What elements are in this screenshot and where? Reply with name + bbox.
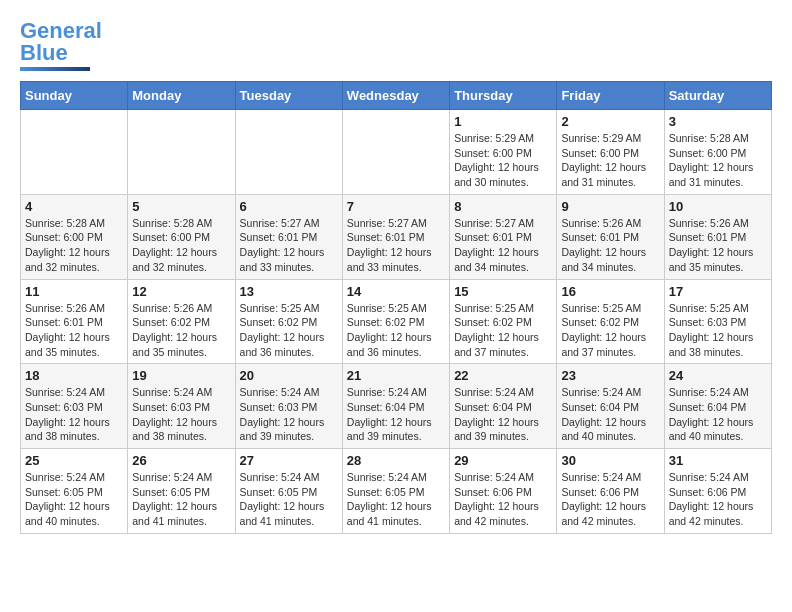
day-number: 4: [25, 199, 123, 214]
day-info: Sunrise: 5:26 AM Sunset: 6:01 PM Dayligh…: [561, 216, 659, 275]
day-info: Sunrise: 5:29 AM Sunset: 6:00 PM Dayligh…: [561, 131, 659, 190]
calendar-cell: 10Sunrise: 5:26 AM Sunset: 6:01 PM Dayli…: [664, 194, 771, 279]
calendar-cell: 25Sunrise: 5:24 AM Sunset: 6:05 PM Dayli…: [21, 449, 128, 534]
week-row-2: 11Sunrise: 5:26 AM Sunset: 6:01 PM Dayli…: [21, 279, 772, 364]
day-number: 19: [132, 368, 230, 383]
day-info: Sunrise: 5:26 AM Sunset: 6:01 PM Dayligh…: [25, 301, 123, 360]
calendar-table: SundayMondayTuesdayWednesdayThursdayFrid…: [20, 81, 772, 534]
calendar-cell: 12Sunrise: 5:26 AM Sunset: 6:02 PM Dayli…: [128, 279, 235, 364]
calendar-cell: 13Sunrise: 5:25 AM Sunset: 6:02 PM Dayli…: [235, 279, 342, 364]
day-number: 29: [454, 453, 552, 468]
calendar-cell: 17Sunrise: 5:25 AM Sunset: 6:03 PM Dayli…: [664, 279, 771, 364]
header-monday: Monday: [128, 82, 235, 110]
day-info: Sunrise: 5:26 AM Sunset: 6:02 PM Dayligh…: [132, 301, 230, 360]
day-number: 23: [561, 368, 659, 383]
day-info: Sunrise: 5:24 AM Sunset: 6:06 PM Dayligh…: [454, 470, 552, 529]
calendar-cell: 11Sunrise: 5:26 AM Sunset: 6:01 PM Dayli…: [21, 279, 128, 364]
header-wednesday: Wednesday: [342, 82, 449, 110]
logo-bar: [20, 67, 90, 71]
calendar-cell: 22Sunrise: 5:24 AM Sunset: 6:04 PM Dayli…: [450, 364, 557, 449]
week-row-3: 18Sunrise: 5:24 AM Sunset: 6:03 PM Dayli…: [21, 364, 772, 449]
calendar-cell: 9Sunrise: 5:26 AM Sunset: 6:01 PM Daylig…: [557, 194, 664, 279]
calendar-cell: 19Sunrise: 5:24 AM Sunset: 6:03 PM Dayli…: [128, 364, 235, 449]
day-info: Sunrise: 5:25 AM Sunset: 6:02 PM Dayligh…: [561, 301, 659, 360]
calendar-cell: 16Sunrise: 5:25 AM Sunset: 6:02 PM Dayli…: [557, 279, 664, 364]
day-info: Sunrise: 5:24 AM Sunset: 6:03 PM Dayligh…: [132, 385, 230, 444]
day-info: Sunrise: 5:28 AM Sunset: 6:00 PM Dayligh…: [669, 131, 767, 190]
day-number: 13: [240, 284, 338, 299]
calendar-cell: 15Sunrise: 5:25 AM Sunset: 6:02 PM Dayli…: [450, 279, 557, 364]
calendar-cell: [342, 110, 449, 195]
logo-blue: Blue: [20, 40, 68, 65]
calendar-cell: 23Sunrise: 5:24 AM Sunset: 6:04 PM Dayli…: [557, 364, 664, 449]
calendar-cell: 31Sunrise: 5:24 AM Sunset: 6:06 PM Dayli…: [664, 449, 771, 534]
day-number: 1: [454, 114, 552, 129]
day-info: Sunrise: 5:24 AM Sunset: 6:06 PM Dayligh…: [669, 470, 767, 529]
day-number: 12: [132, 284, 230, 299]
header-friday: Friday: [557, 82, 664, 110]
header-tuesday: Tuesday: [235, 82, 342, 110]
calendar-cell: 24Sunrise: 5:24 AM Sunset: 6:04 PM Dayli…: [664, 364, 771, 449]
header-row: SundayMondayTuesdayWednesdayThursdayFrid…: [21, 82, 772, 110]
logo: General Blue: [20, 20, 102, 71]
calendar-cell: 8Sunrise: 5:27 AM Sunset: 6:01 PM Daylig…: [450, 194, 557, 279]
calendar-cell: 18Sunrise: 5:24 AM Sunset: 6:03 PM Dayli…: [21, 364, 128, 449]
header-saturday: Saturday: [664, 82, 771, 110]
calendar-cell: 5Sunrise: 5:28 AM Sunset: 6:00 PM Daylig…: [128, 194, 235, 279]
day-number: 22: [454, 368, 552, 383]
calendar-cell: 14Sunrise: 5:25 AM Sunset: 6:02 PM Dayli…: [342, 279, 449, 364]
day-number: 3: [669, 114, 767, 129]
calendar-cell: 2Sunrise: 5:29 AM Sunset: 6:00 PM Daylig…: [557, 110, 664, 195]
day-number: 9: [561, 199, 659, 214]
day-info: Sunrise: 5:24 AM Sunset: 6:06 PM Dayligh…: [561, 470, 659, 529]
day-number: 28: [347, 453, 445, 468]
calendar-cell: 6Sunrise: 5:27 AM Sunset: 6:01 PM Daylig…: [235, 194, 342, 279]
calendar-cell: [235, 110, 342, 195]
day-number: 20: [240, 368, 338, 383]
day-number: 14: [347, 284, 445, 299]
week-row-0: 1Sunrise: 5:29 AM Sunset: 6:00 PM Daylig…: [21, 110, 772, 195]
week-row-1: 4Sunrise: 5:28 AM Sunset: 6:00 PM Daylig…: [21, 194, 772, 279]
calendar-cell: 27Sunrise: 5:24 AM Sunset: 6:05 PM Dayli…: [235, 449, 342, 534]
day-info: Sunrise: 5:27 AM Sunset: 6:01 PM Dayligh…: [454, 216, 552, 275]
day-info: Sunrise: 5:24 AM Sunset: 6:05 PM Dayligh…: [347, 470, 445, 529]
calendar-cell: 7Sunrise: 5:27 AM Sunset: 6:01 PM Daylig…: [342, 194, 449, 279]
day-number: 8: [454, 199, 552, 214]
day-info: Sunrise: 5:27 AM Sunset: 6:01 PM Dayligh…: [347, 216, 445, 275]
calendar-cell: 30Sunrise: 5:24 AM Sunset: 6:06 PM Dayli…: [557, 449, 664, 534]
day-info: Sunrise: 5:24 AM Sunset: 6:05 PM Dayligh…: [240, 470, 338, 529]
day-info: Sunrise: 5:24 AM Sunset: 6:03 PM Dayligh…: [25, 385, 123, 444]
day-info: Sunrise: 5:25 AM Sunset: 6:02 PM Dayligh…: [347, 301, 445, 360]
page-header: General Blue: [20, 20, 772, 71]
day-info: Sunrise: 5:28 AM Sunset: 6:00 PM Dayligh…: [132, 216, 230, 275]
day-info: Sunrise: 5:29 AM Sunset: 6:00 PM Dayligh…: [454, 131, 552, 190]
day-info: Sunrise: 5:24 AM Sunset: 6:05 PM Dayligh…: [25, 470, 123, 529]
day-number: 17: [669, 284, 767, 299]
day-number: 27: [240, 453, 338, 468]
day-number: 5: [132, 199, 230, 214]
day-number: 18: [25, 368, 123, 383]
calendar-cell: 26Sunrise: 5:24 AM Sunset: 6:05 PM Dayli…: [128, 449, 235, 534]
day-info: Sunrise: 5:27 AM Sunset: 6:01 PM Dayligh…: [240, 216, 338, 275]
day-number: 15: [454, 284, 552, 299]
day-number: 16: [561, 284, 659, 299]
day-number: 10: [669, 199, 767, 214]
calendar-cell: 1Sunrise: 5:29 AM Sunset: 6:00 PM Daylig…: [450, 110, 557, 195]
day-info: Sunrise: 5:25 AM Sunset: 6:02 PM Dayligh…: [454, 301, 552, 360]
day-info: Sunrise: 5:24 AM Sunset: 6:05 PM Dayligh…: [132, 470, 230, 529]
calendar-cell: [21, 110, 128, 195]
day-number: 24: [669, 368, 767, 383]
day-number: 6: [240, 199, 338, 214]
day-number: 2: [561, 114, 659, 129]
day-info: Sunrise: 5:28 AM Sunset: 6:00 PM Dayligh…: [25, 216, 123, 275]
day-info: Sunrise: 5:24 AM Sunset: 6:04 PM Dayligh…: [454, 385, 552, 444]
calendar-cell: 3Sunrise: 5:28 AM Sunset: 6:00 PM Daylig…: [664, 110, 771, 195]
calendar-cell: 20Sunrise: 5:24 AM Sunset: 6:03 PM Dayli…: [235, 364, 342, 449]
day-info: Sunrise: 5:24 AM Sunset: 6:04 PM Dayligh…: [561, 385, 659, 444]
day-number: 7: [347, 199, 445, 214]
logo-text: General Blue: [20, 20, 102, 64]
day-number: 25: [25, 453, 123, 468]
day-info: Sunrise: 5:24 AM Sunset: 6:04 PM Dayligh…: [669, 385, 767, 444]
week-row-4: 25Sunrise: 5:24 AM Sunset: 6:05 PM Dayli…: [21, 449, 772, 534]
day-info: Sunrise: 5:24 AM Sunset: 6:03 PM Dayligh…: [240, 385, 338, 444]
